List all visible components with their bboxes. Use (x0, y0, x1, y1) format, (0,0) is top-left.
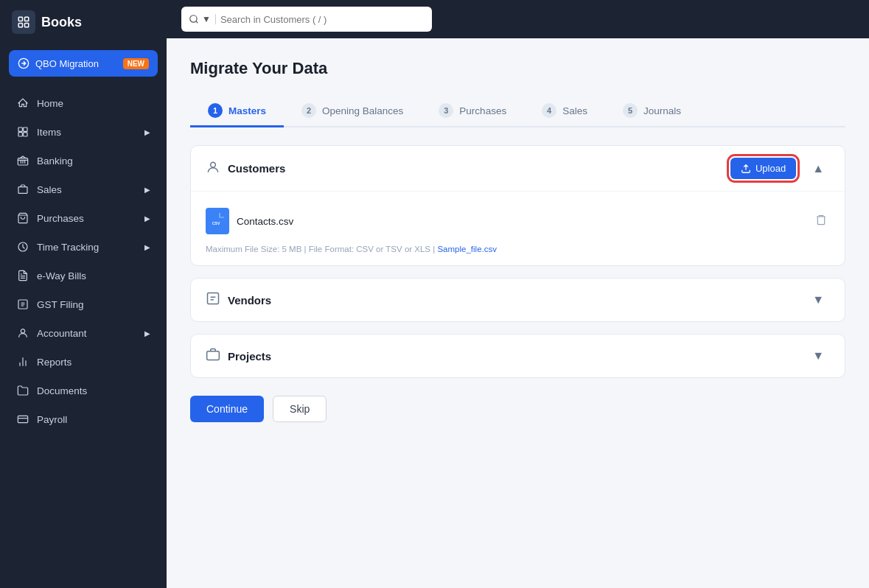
sidebar-item-sales[interactable]: Sales ▶ (4, 175, 162, 203)
items-icon (16, 125, 29, 139)
reports-icon (16, 355, 29, 368)
sample-file-link[interactable]: Sample_file.csv (437, 245, 497, 253)
sidebar-item-banking[interactable]: Banking (4, 147, 162, 175)
documents-icon (16, 384, 29, 397)
continue-button[interactable]: Continue (190, 396, 264, 422)
gst-icon (16, 298, 29, 311)
home-icon (16, 97, 29, 110)
svg-rect-18 (207, 351, 220, 360)
svg-rect-7 (18, 133, 22, 136)
sidebar-item-payroll[interactable]: Payroll (4, 405, 162, 433)
search-icon-area: ▼ (189, 14, 216, 24)
eway-icon (16, 269, 29, 282)
svg-rect-2 (18, 24, 22, 27)
search-bar[interactable]: ▼ (181, 7, 432, 32)
svg-rect-3 (25, 24, 29, 27)
qbo-new-badge: NEW (123, 58, 149, 69)
file-row: CSV Contacts.csv (206, 200, 830, 242)
customers-card: Customers Upload ▲ CSV (190, 145, 845, 266)
sidebar-item-time-tracking[interactable]: Time Tracking ▶ (4, 233, 162, 261)
customers-card-body: CSV Contacts.csv Maximum File Size: 5 MB… (191, 191, 845, 265)
app-title: Books (41, 15, 82, 30)
items-arrow-icon: ▶ (144, 128, 150, 136)
sidebar: Books QBO Migration NEW Home Items ▶ (0, 0, 167, 588)
customers-title: Customers (228, 162, 723, 175)
tab-opening-balances[interactable]: 2 Opening Balances (284, 96, 421, 127)
tab-num-3: 3 (439, 103, 453, 118)
customers-card-header: Customers Upload ▲ (191, 146, 845, 191)
projects-card-header: Projects ▼ (191, 335, 845, 377)
tab-num-5: 5 (623, 103, 638, 118)
sidebar-item-documents[interactable]: Documents (4, 377, 162, 405)
customers-collapse-button[interactable]: ▲ (806, 159, 830, 178)
skip-button[interactable]: Skip (273, 396, 327, 422)
svg-rect-0 (18, 17, 22, 21)
banking-icon (16, 154, 29, 167)
qbo-label: QBO Migration (35, 58, 99, 69)
sidebar-item-reports[interactable]: Reports (4, 348, 162, 376)
time-arrow-icon: ▶ (144, 243, 150, 251)
time-icon (16, 240, 29, 253)
sales-arrow-icon: ▶ (144, 186, 150, 194)
sidebar-nav: Home Items ▶ Banking Sales ▶ (0, 83, 167, 588)
sales-icon (16, 183, 29, 196)
purchases-arrow-icon: ▶ (144, 214, 150, 223)
projects-icon (206, 347, 220, 365)
tab-num-1: 1 (208, 103, 223, 118)
content-area: Migrate Your Data 1 Masters 2 Opening Ba… (167, 38, 869, 588)
topbar: ▼ (167, 0, 869, 38)
vendors-card: Vendors ▼ (190, 278, 845, 322)
app-logo (12, 10, 35, 34)
sidebar-item-accountant[interactable]: Accountant ▶ (4, 319, 162, 347)
sidebar-header: Books (0, 0, 167, 44)
tab-purchases[interactable]: 3 Purchases (421, 96, 524, 127)
tab-masters[interactable]: 1 Masters (190, 96, 284, 127)
accountant-arrow-icon: ▶ (144, 329, 150, 337)
file-info: Maximum File Size: 5 MB | File Format: C… (206, 245, 830, 253)
file-icon: CSV (206, 208, 229, 234)
svg-rect-5 (18, 127, 22, 131)
svg-point-15 (211, 162, 216, 167)
tab-journals[interactable]: 5 Journals (605, 96, 699, 127)
sidebar-item-eway-bills[interactable]: e-Way Bills (4, 262, 162, 290)
sidebar-item-items[interactable]: Items ▶ (4, 118, 162, 146)
svg-rect-8 (24, 133, 27, 136)
svg-text:CSV: CSV (212, 221, 220, 225)
tab-num-2: 2 (301, 103, 316, 118)
tab-num-4: 4 (542, 103, 556, 118)
qbo-migration-button[interactable]: QBO Migration NEW (9, 50, 158, 77)
vendors-collapse-button[interactable]: ▼ (806, 290, 830, 309)
sidebar-item-home[interactable]: Home (4, 89, 162, 117)
customers-icon (206, 160, 220, 178)
tab-sales[interactable]: 4 Sales (524, 96, 605, 127)
svg-point-14 (190, 15, 197, 22)
accountant-icon (16, 326, 29, 340)
svg-rect-6 (24, 127, 27, 131)
svg-point-12 (21, 329, 24, 333)
svg-rect-1 (25, 17, 29, 21)
sidebar-item-purchases[interactable]: Purchases ▶ (4, 204, 162, 232)
delete-file-button[interactable] (812, 211, 830, 231)
upload-button[interactable]: Upload (730, 158, 796, 179)
svg-rect-13 (18, 416, 27, 422)
tabs-bar: 1 Masters 2 Opening Balances 3 Purchases… (190, 96, 845, 127)
vendors-card-header: Vendors ▼ (191, 279, 845, 321)
payroll-icon (16, 413, 29, 426)
projects-title: Projects (228, 350, 796, 363)
vendors-icon (206, 291, 220, 309)
page-title: Migrate Your Data (190, 59, 845, 78)
vendors-title: Vendors (228, 294, 796, 307)
projects-card: Projects ▼ (190, 334, 845, 378)
main-area: ▼ Migrate Your Data 1 Masters 2 Opening … (167, 0, 869, 588)
sidebar-item-gst-filing[interactable]: GST Filing (4, 290, 162, 318)
search-context: ▼ (202, 14, 216, 24)
search-input[interactable] (220, 14, 425, 25)
bottom-actions: Continue Skip (190, 396, 845, 422)
file-name: Contacts.csv (237, 216, 805, 227)
svg-rect-17 (208, 293, 219, 304)
purchases-icon (16, 211, 29, 225)
projects-collapse-button[interactable]: ▼ (806, 346, 830, 365)
